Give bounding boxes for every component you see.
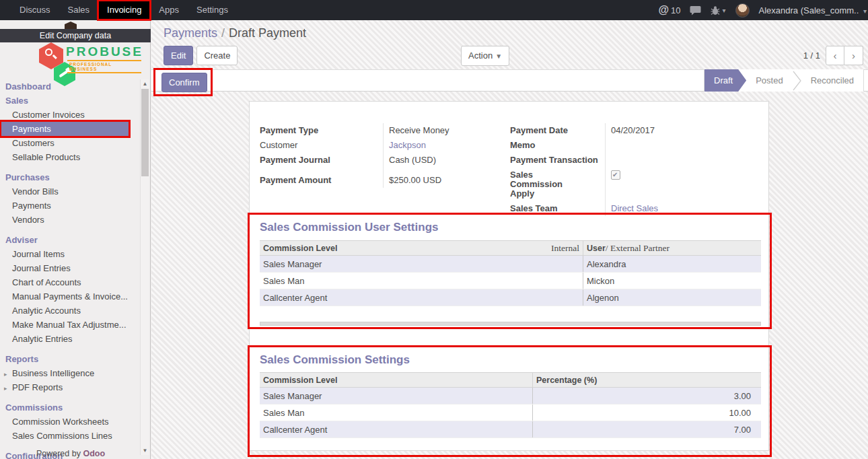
edit-button[interactable]: Edit: [164, 46, 193, 65]
table-row[interactable]: Callcenter Agent 7.00: [260, 421, 761, 438]
form-spacer: [260, 168, 383, 173]
pager-next-button[interactable]: ›: [844, 46, 863, 65]
payment-transaction-value: [605, 153, 762, 168]
table-row[interactable]: Sales Man 10.00: [260, 404, 761, 421]
sales-team-value-link[interactable]: Direct Sales: [605, 201, 762, 216]
payment-transaction-label: Payment Transaction: [510, 153, 605, 168]
col-user-header[interactable]: User: [583, 244, 606, 253]
edit-company-data-button[interactable]: Edit Company data: [0, 29, 151, 42]
table-row[interactable]: Sales Man Mickon: [260, 273, 761, 289]
confirm-button-wrap: Confirm: [161, 73, 207, 92]
statusbar: Confirm Draft Posted Reconciled: [151, 69, 868, 92]
odoo-brand-link[interactable]: Odoo: [83, 449, 105, 458]
nav-item-apps[interactable]: Apps: [150, 0, 188, 20]
sidebar-item-journal-entries[interactable]: Journal Entries: [0, 261, 139, 275]
sidebar-item-business-intelligence[interactable]: Business Intelligence: [0, 366, 139, 380]
payment-amount-value: $250.00 USD: [383, 173, 510, 188]
sidebar-item-payments-label: Payments: [12, 124, 51, 134]
col-commission-level-header[interactable]: Commission Level: [260, 244, 340, 253]
user-avatar[interactable]: [735, 3, 750, 17]
sidebar-item-customers[interactable]: Customers: [0, 136, 139, 150]
sidebar-heading-reports[interactable]: Reports: [0, 352, 139, 366]
breadcrumb-current: Draft Payment: [229, 26, 306, 40]
debug-bug-icon[interactable]: [711, 5, 725, 15]
commission-level-cell: Sales Man: [260, 276, 308, 286]
commission-settings-title: Sales Commission Settings: [260, 353, 410, 367]
customer-value-link[interactable]: Jackpson: [383, 138, 510, 153]
memo-label: Memo: [510, 138, 605, 153]
sales-commission-apply-cell: [605, 168, 762, 201]
nav-item-sales[interactable]: Sales: [59, 0, 99, 20]
user-settings-title: Sales Commission User Settings: [260, 221, 438, 234]
chevron-down-icon: ▼: [495, 52, 502, 60]
sales-team-label: Sales Team: [510, 201, 605, 216]
sidebar-item-analytic-accounts[interactable]: Analytic Accounts: [0, 304, 139, 318]
company-logo[interactable]: PROBUSE PROFESSIONAL BUSINESS: [0, 42, 141, 81]
sidebar-item-vendor-bills[interactable]: Vendor Bills: [0, 184, 139, 199]
sidebar-item-vendor-payments[interactable]: Payments: [0, 199, 139, 213]
sales-commission-apply-checkbox[interactable]: [611, 170, 620, 180]
scrollbar-thumb[interactable]: [141, 89, 149, 176]
sidebar-item-payments[interactable]: Payments: [0, 122, 130, 136]
sidebar-item-pdf-reports[interactable]: PDF Reports: [0, 380, 139, 394]
status-step-draft[interactable]: Draft: [704, 69, 746, 92]
table-horizontal-scrollbar[interactable]: [260, 322, 761, 326]
table-row[interactable]: Sales Manager 3.00: [260, 388, 761, 404]
form-buttons: Edit Create: [164, 46, 238, 65]
percentage-cell: 3.00: [533, 391, 756, 401]
form-spacer: [383, 168, 510, 173]
main-content: Payments/Draft Payment Edit Create Actio…: [151, 20, 868, 459]
pager-previous-button[interactable]: ‹: [826, 46, 844, 65]
scroll-down-arrow-icon[interactable]: ▼: [141, 448, 149, 454]
magnifier-icon: [45, 48, 52, 56]
sidebar-item-sellable-products[interactable]: Sellable Products: [0, 150, 139, 164]
sidebar-item-chart-of-accounts[interactable]: Chart of Accounts: [0, 275, 139, 289]
payment-date-value: 04/20/2017: [605, 123, 762, 138]
nav-item-discuss[interactable]: Discuss: [11, 0, 59, 20]
status-step-reconciled[interactable]: Reconciled: [801, 69, 863, 92]
payment-form-sheet: Payment Type Receive Money Customer Jack…: [249, 101, 769, 451]
action-dropdown-button[interactable]: Action▼: [461, 46, 509, 66]
nav-item-invoicing[interactable]: Invoicing: [98, 0, 150, 20]
mentions-counter[interactable]: @ 10: [658, 4, 680, 16]
payment-date-label: Payment Date: [510, 123, 605, 138]
table-row[interactable]: Callcenter Agent Algenon: [260, 289, 761, 306]
payment-type-label: Payment Type: [260, 123, 383, 138]
sidebar-item-commission-worksheets[interactable]: Commission Worksheets: [0, 415, 139, 429]
sidebar-item-analytic-entries[interactable]: Analytic Entries: [0, 332, 139, 346]
sidebar-heading-sales[interactable]: Sales: [0, 94, 139, 108]
status-pipeline: Draft Posted Reconciled: [704, 69, 864, 92]
user-cell: Algenon: [583, 293, 622, 303]
sidebar-item-manual-payments[interactable]: Manual Payments & Invoice...: [0, 289, 139, 304]
percentage-cell: 10.00: [533, 408, 756, 418]
messages-icon[interactable]: [690, 5, 701, 15]
breadcrumb-payments-link[interactable]: Payments: [164, 26, 217, 40]
sidebar-item-journal-items[interactable]: Journal Items: [0, 247, 139, 261]
col-commission-level-header[interactable]: Commission Level: [260, 376, 340, 385]
sidebar-scrollbar[interactable]: ▲ ▼: [140, 79, 149, 455]
logo-tagline: PROFESSIONAL BUSINESS: [67, 60, 141, 73]
payment-journal-value: Cash (USD): [383, 153, 510, 168]
payment-type-value: Receive Money: [383, 123, 510, 138]
scroll-up-arrow-icon[interactable]: ▲: [141, 81, 149, 87]
form-right-column: Payment Date 04/20/2017 Memo Payment Tra…: [510, 123, 762, 216]
user-menu[interactable]: Alexandra (Sales_comm..: [759, 5, 867, 15]
confirm-button[interactable]: Confirm: [161, 73, 207, 92]
commission-level-cell: Sales Manager: [260, 259, 325, 269]
commission-level-cell: Sales Man: [260, 408, 308, 418]
sidebar-item-manual-tax[interactable]: Make Manual Tax Adjustme...: [0, 318, 139, 332]
sidebar-item-sales-commissions-lines[interactable]: Sales Commissions Lines: [0, 429, 139, 443]
commission-settings-header-row: Commission Level Percentage (%): [260, 372, 761, 388]
status-step-posted[interactable]: Posted: [746, 69, 792, 92]
table-row[interactable]: Sales Manager Alexandra: [260, 256, 761, 273]
col-percentage-header[interactable]: Percentage (%): [533, 376, 600, 385]
sidebar-heading-dashboard[interactable]: Dashboard: [0, 79, 139, 94]
nav-item-settings[interactable]: Settings: [188, 0, 237, 20]
sidebar-heading-commissions[interactable]: Commissions: [0, 400, 139, 415]
sidebar-heading-adviser[interactable]: Adviser: [0, 233, 139, 247]
sidebar-heading-purchases[interactable]: Purchases: [0, 170, 139, 184]
pager-counter: 1 / 1: [803, 50, 820, 61]
create-button[interactable]: Create: [196, 46, 238, 65]
sidebar-item-vendors[interactable]: Vendors: [0, 213, 139, 227]
sidebar-item-customer-invoices[interactable]: Customer Invoices: [0, 108, 139, 122]
